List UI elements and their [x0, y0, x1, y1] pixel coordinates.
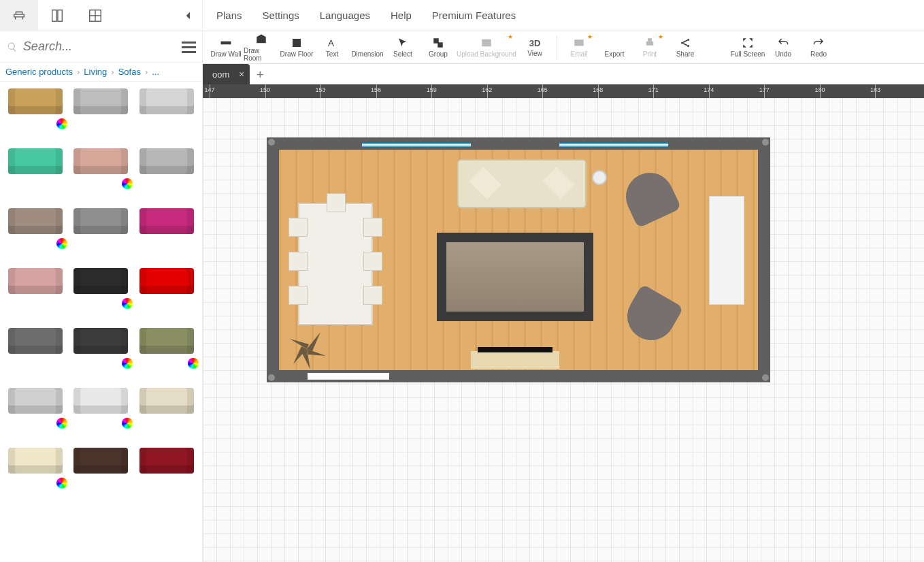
tool-3d-view[interactable]: 3DView: [517, 32, 552, 63]
svg-point-14: [687, 45, 689, 47]
catalog-item[interactable]: [6, 268, 65, 294]
sidebar-menu-button[interactable]: [182, 39, 196, 55]
color-wheel-icon[interactable]: [56, 418, 67, 429]
catalog-item[interactable]: [71, 268, 130, 294]
svg-rect-7: [438, 42, 443, 48]
catalog-item[interactable]: [137, 328, 196, 354]
catalog-grid: [0, 82, 202, 514]
svg-rect-3: [221, 42, 231, 45]
catalog-doors-tab[interactable]: [38, 0, 76, 31]
catalog-item[interactable]: [71, 148, 130, 174]
svg-text:A: A: [328, 38, 334, 48]
color-wheel-icon[interactable]: [188, 358, 199, 369]
corner-handle[interactable]: [268, 374, 275, 381]
tool-select[interactable]: Select: [385, 32, 420, 63]
catalog-item[interactable]: [6, 88, 65, 114]
tool-share[interactable]: Share: [667, 32, 703, 63]
tool-draw-room[interactable]: Draw Room: [244, 32, 279, 63]
chair[interactable]: [363, 218, 382, 237]
add-tab-button[interactable]: +: [250, 65, 270, 84]
tool-upload-background[interactable]: ★Upload Background: [456, 32, 517, 63]
breadcrumb-sofas[interactable]: Sofas: [118, 67, 141, 77]
catalog-item[interactable]: [71, 208, 130, 234]
room[interactable]: [267, 137, 770, 382]
color-wheel-icon[interactable]: [56, 118, 67, 129]
search-icon: [7, 41, 18, 53]
ruler-horizontal: 1471501531561591621651681711741771801831…: [203, 84, 924, 98]
chair[interactable]: [363, 286, 382, 305]
catalog-item[interactable]: [6, 388, 65, 414]
catalog-item[interactable]: [71, 448, 130, 474]
window[interactable]: [559, 143, 668, 147]
search-input[interactable]: [23, 39, 182, 54]
tool-print[interactable]: ★Print: [632, 32, 667, 63]
premium-star-icon: ★: [587, 33, 593, 40]
tool-undo[interactable]: Undo: [765, 32, 801, 63]
breadcrumb-living[interactable]: Living: [84, 67, 107, 77]
catalog-item[interactable]: [71, 88, 130, 114]
catalog-item[interactable]: [6, 208, 65, 234]
plant[interactable]: [283, 325, 331, 373]
chair[interactable]: [327, 193, 346, 212]
menu-plans[interactable]: Plans: [216, 10, 242, 21]
tool-email[interactable]: ★Email: [561, 32, 597, 63]
premium-star-icon: ★: [508, 33, 513, 40]
dining-table[interactable]: [298, 203, 373, 325]
tool-draw-wall[interactable]: Draw Wall: [208, 32, 244, 63]
catalog-item[interactable]: [71, 388, 130, 414]
catalog-item[interactable]: [6, 328, 65, 354]
catalog-item[interactable]: [137, 88, 196, 114]
menu-settings[interactable]: Settings: [263, 10, 299, 21]
window[interactable]: [362, 143, 471, 147]
tool-group[interactable]: Group: [420, 32, 456, 63]
svg-rect-1: [58, 10, 62, 21]
catalog-rooms-tab[interactable]: [76, 0, 114, 31]
catalog-item[interactable]: [137, 268, 196, 294]
catalog-item[interactable]: [137, 148, 196, 174]
floor-lamp[interactable]: [593, 171, 606, 184]
ruler-label: 150: [260, 86, 270, 93]
rug[interactable]: [437, 233, 593, 321]
tool-redo[interactable]: Redo: [801, 32, 836, 63]
catalog-furniture-tab[interactable]: [0, 0, 38, 31]
catalog-item[interactable]: [137, 448, 196, 474]
canvas[interactable]: [203, 98, 924, 562]
catalog-item[interactable]: [137, 208, 196, 234]
catalog-item[interactable]: [6, 448, 65, 474]
menu-premium[interactable]: Premium Features: [432, 10, 516, 21]
tab-close-button[interactable]: ×: [239, 69, 244, 80]
menu-languages[interactable]: Languages: [320, 10, 370, 21]
tool-dimension[interactable]: Dimension: [350, 32, 385, 63]
tool-text[interactable]: AText: [314, 32, 350, 63]
corner-handle[interactable]: [762, 374, 769, 381]
collapse-sidebar-button[interactable]: [175, 10, 202, 21]
main-menu: Plans Settings Languages Help Premium Fe…: [203, 0, 924, 31]
plan-tab[interactable]: oom ×: [203, 64, 250, 84]
chair[interactable]: [288, 252, 308, 271]
color-wheel-icon[interactable]: [56, 478, 67, 489]
menu-help[interactable]: Help: [391, 10, 412, 21]
corner-handle[interactable]: [762, 139, 769, 146]
catalog-item[interactable]: [137, 388, 196, 414]
tool-fullscreen[interactable]: Full Screen: [730, 32, 765, 63]
door[interactable]: [308, 373, 389, 380]
sidebar: Generic products› Living› Sofas› ...: [0, 31, 203, 562]
chair[interactable]: [363, 252, 382, 271]
color-wheel-icon[interactable]: [122, 298, 133, 309]
tv-stand[interactable]: [471, 351, 559, 369]
color-wheel-icon[interactable]: [122, 178, 133, 189]
breadcrumb-more[interactable]: ...: [152, 67, 159, 77]
catalog-item[interactable]: [71, 328, 130, 354]
chair[interactable]: [288, 218, 308, 237]
color-wheel-icon[interactable]: [56, 238, 67, 249]
tv-unit[interactable]: [709, 196, 744, 305]
breadcrumb-generic[interactable]: Generic products: [5, 67, 73, 77]
color-wheel-icon[interactable]: [122, 418, 133, 429]
chair[interactable]: [288, 286, 308, 305]
sofa[interactable]: [457, 159, 587, 208]
tool-draw-floor[interactable]: Draw Floor: [279, 32, 314, 63]
corner-handle[interactable]: [268, 139, 275, 146]
color-wheel-icon[interactable]: [122, 358, 133, 369]
catalog-item[interactable]: [6, 148, 65, 174]
tool-export[interactable]: Export: [597, 32, 632, 63]
